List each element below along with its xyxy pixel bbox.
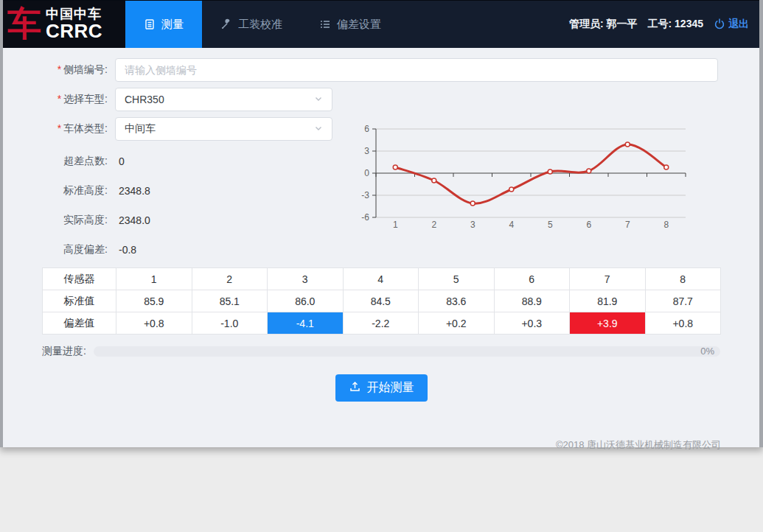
table-cell: 81.9: [570, 290, 646, 312]
worker-id-value: 12345: [675, 18, 703, 29]
table-cell: -4.1: [268, 312, 344, 335]
tab-deviation-label: 偏差设置: [337, 18, 381, 32]
sensor-table: 传感器12345678标准值85.985.186.084.583.688.981…: [42, 267, 721, 335]
svg-text:7: 7: [625, 220, 630, 230]
table-cell: -2.2: [343, 312, 419, 335]
user-info: 管理员: 郭一平 工号: 12345 退出: [569, 1, 759, 48]
deviation-line-chart: 630-3-612345678: [354, 118, 719, 238]
table-cell: 84.5: [343, 290, 419, 312]
height-deviation-value: -0.8: [119, 244, 136, 256]
actual-height-label: 实际高度:: [3, 214, 108, 227]
carbody-type-select[interactable]: 中间车: [115, 117, 332, 141]
svg-text:6: 6: [364, 124, 369, 134]
table-cell: 87.7: [645, 290, 721, 312]
crrc-logo-glyph: 车: [7, 7, 41, 41]
svg-text:5: 5: [548, 220, 553, 230]
train-model-select[interactable]: CHR350: [115, 88, 332, 111]
table-cell: -1.0: [192, 312, 268, 335]
document-icon: [144, 18, 156, 30]
table-cell: 标准值: [43, 290, 116, 312]
table-cell: 8: [645, 268, 721, 290]
logout-label: 退出: [728, 18, 749, 31]
carbody-type-value: 中间车: [125, 122, 156, 136]
table-cell: 7: [570, 268, 646, 290]
required-asterisk: *: [58, 122, 61, 134]
table-cell: +0.8: [645, 312, 721, 335]
progress-row: 测量进度: 0%: [42, 345, 720, 358]
table-cell: 传感器: [43, 268, 116, 290]
table-cell: 2: [192, 268, 268, 290]
app-window: 车 中国中车 CRRC 测量: [0, 0, 763, 447]
sidewall-number-input[interactable]: [115, 58, 718, 82]
height-deviation-label: 高度偏差:: [3, 243, 108, 256]
table-cell: 5: [419, 268, 495, 290]
chevron-down-icon: [314, 123, 323, 135]
table-cell: 4: [343, 268, 419, 290]
table-cell: +0.2: [419, 312, 495, 335]
logo-text-en: CRRC: [46, 21, 102, 41]
tab-deviation-settings[interactable]: 偏差设置: [301, 1, 400, 48]
table-cell: 偏差值: [43, 312, 116, 335]
table-cell: +0.8: [116, 312, 192, 335]
chevron-down-icon: [314, 94, 323, 105]
upload-icon: [349, 380, 361, 396]
start-measure-button[interactable]: 开始测量: [335, 374, 428, 402]
copyright-text: ©2018 唐山沃德基业机械制造有限公司: [3, 438, 721, 452]
table-cell: 88.9: [494, 290, 570, 312]
admin-name: 郭一平: [607, 18, 638, 29]
start-measure-label: 开始测量: [367, 380, 414, 396]
actual-height-value: 2348.0: [119, 214, 150, 226]
standard-height-label: 标准高度:: [3, 184, 108, 197]
list-icon: [319, 18, 331, 30]
top-navbar: 车 中国中车 CRRC 测量: [3, 0, 759, 48]
table-cell: 1: [116, 268, 192, 290]
admin-role-label: 管理员:: [569, 18, 604, 29]
logout-button[interactable]: 退出: [714, 18, 749, 32]
overtolerance-value: 0: [119, 155, 125, 167]
svg-text:8: 8: [663, 220, 669, 230]
svg-text:4: 4: [509, 220, 514, 230]
tab-measure-label: 测量: [161, 18, 184, 32]
table-cell: 3: [268, 268, 344, 290]
table-cell: 86.0: [268, 290, 344, 312]
worker-id-label: 工号:: [648, 18, 672, 29]
carbody-type-label: 车体类型:: [63, 122, 108, 134]
svg-text:-3: -3: [361, 190, 369, 200]
table-row: 标准值85.985.186.084.583.688.981.987.7: [43, 290, 721, 312]
nav-tabs: 测量 工装校准: [125, 1, 400, 48]
crrc-logo: 车 中国中车 CRRC: [3, 1, 125, 48]
table-cell: +0.3: [494, 312, 570, 335]
progress-percent: 0%: [700, 346, 714, 357]
sidewall-number-label: 侧墙编号:: [63, 63, 108, 75]
svg-text:-6: -6: [361, 212, 369, 223]
svg-text:2: 2: [431, 220, 436, 230]
tab-measure[interactable]: 测量: [125, 1, 202, 48]
wrench-icon: [220, 18, 232, 30]
table-cell: 83.6: [419, 290, 495, 312]
table-cell: 6: [494, 268, 570, 290]
power-icon: [714, 18, 725, 32]
main-content: *侧墙编号: *选择车型: CHR350 *车体类型:: [3, 48, 759, 447]
tab-tooling-label: 工装校准: [238, 18, 282, 32]
progress-bar: 0%: [94, 346, 720, 357]
standard-height-value: 2348.8: [119, 185, 150, 197]
overtolerance-label: 超差点数:: [3, 155, 108, 168]
required-asterisk: *: [58, 93, 61, 105]
form-row-train-model: *选择车型: CHR350: [3, 88, 759, 111]
table-cell: 85.1: [192, 290, 268, 312]
table-row: 偏差值+0.8-1.0-4.1-2.2+0.2+0.3+3.9+0.8: [43, 312, 721, 335]
svg-text:0: 0: [364, 168, 369, 178]
stat-row-height-deviation: 高度偏差: -0.8: [3, 235, 759, 265]
table-cell: +3.9: [570, 312, 646, 335]
train-model-label: 选择车型:: [63, 93, 108, 105]
svg-text:6: 6: [586, 220, 591, 230]
tab-tooling-calibration[interactable]: 工装校准: [202, 1, 301, 48]
table-row: 传感器12345678: [43, 268, 721, 290]
svg-text:1: 1: [393, 220, 398, 230]
progress-label: 测量进度:: [42, 345, 86, 358]
svg-text:3: 3: [364, 146, 369, 156]
svg-text:3: 3: [470, 220, 475, 230]
required-asterisk: *: [58, 63, 61, 75]
train-model-value: CHR350: [125, 94, 164, 105]
table-cell: 85.9: [116, 290, 192, 312]
